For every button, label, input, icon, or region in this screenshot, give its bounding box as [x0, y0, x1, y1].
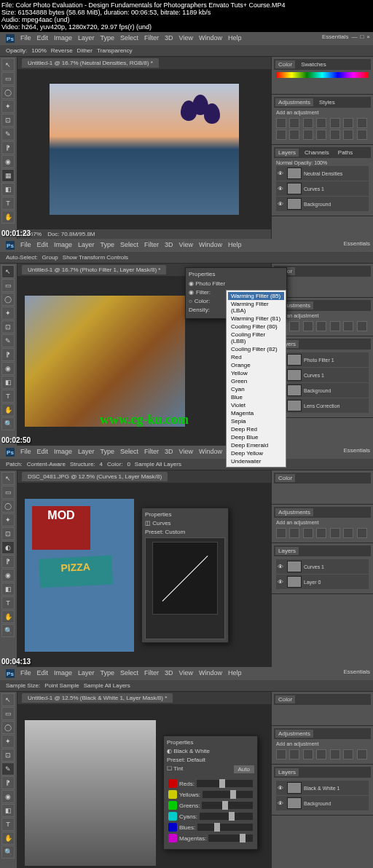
- visibility-icon[interactable]: 👁: [278, 564, 285, 570]
- filter-option[interactable]: Warming Filter (LBA): [228, 300, 284, 315]
- gradient-tool[interactable]: ▦: [1, 169, 15, 182]
- auto-button[interactable]: Auto: [234, 765, 254, 773]
- zoom-tool[interactable]: 🔍: [1, 417, 15, 430]
- menu-help[interactable]: Help: [228, 34, 242, 43]
- channels-panel-tab[interactable]: Channels: [302, 149, 332, 157]
- brush-tool[interactable]: ⁋: [1, 776, 15, 789]
- color-radio[interactable]: ○: [189, 298, 192, 304]
- menu-help[interactable]: Help: [228, 669, 242, 678]
- eraser-tool[interactable]: ◧: [1, 183, 15, 196]
- filter-option[interactable]: Blue: [228, 393, 284, 401]
- layer-row[interactable]: 👁Neutral Densities: [276, 166, 369, 181]
- invert-icon[interactable]: [316, 130, 326, 140]
- menu-image[interactable]: Image: [54, 669, 72, 678]
- crop-tool[interactable]: ⊡: [1, 527, 15, 540]
- menu-filter[interactable]: Filter: [144, 669, 159, 678]
- menu-edit[interactable]: Edit: [37, 669, 49, 678]
- filter-option[interactable]: Underwater: [228, 457, 284, 465]
- move-tool[interactable]: ↖: [1, 58, 15, 71]
- paths-panel-tab[interactable]: Paths: [335, 149, 356, 157]
- document-tab[interactable]: Untitled-1 @ 16.7% (Photo Filter 1, Laye…: [22, 265, 166, 275]
- reverse-checkbox[interactable]: Reverse: [51, 47, 73, 54]
- filter-option[interactable]: Warming Filter (81): [228, 315, 284, 323]
- stamp-tool[interactable]: ◉: [1, 569, 15, 582]
- filter-option[interactable]: Orange: [228, 361, 284, 369]
- workspace-selector[interactable]: Essentials: [344, 240, 370, 247]
- magentas-slider[interactable]: [208, 835, 253, 842]
- menu-layer[interactable]: Layer: [78, 241, 95, 250]
- layer-name[interactable]: Layer 0: [304, 580, 321, 585]
- menu-window[interactable]: Window: [199, 448, 222, 457]
- vibrance-icon[interactable]: [330, 118, 340, 128]
- adj-icon[interactable]: [289, 749, 299, 760]
- adj-icon[interactable]: [276, 749, 286, 760]
- channel-mixer-icon[interactable]: [289, 130, 299, 140]
- maximize-icon[interactable]: □: [360, 33, 364, 40]
- blend-mode[interactable]: Normal: [276, 160, 293, 165]
- adjustments-panel-tab[interactable]: Adjustments: [275, 730, 313, 738]
- levels-icon[interactable]: [289, 118, 299, 128]
- filter-option[interactable]: Red: [228, 353, 284, 361]
- menu-window[interactable]: Window: [199, 241, 222, 250]
- visibility-icon[interactable]: 👁: [278, 201, 285, 208]
- layers-panel-tab[interactable]: Layers: [275, 768, 299, 776]
- color-panel-tab[interactable]: Color: [275, 695, 295, 703]
- menu-filter[interactable]: Filter: [144, 241, 159, 250]
- menu-layer[interactable]: Layer: [78, 448, 95, 457]
- exposure-icon[interactable]: [316, 118, 326, 128]
- filter-option[interactable]: Deep Emerald: [228, 441, 284, 449]
- filter-option[interactable]: Cooling Filter (LBB): [228, 331, 284, 345]
- preset-select[interactable]: Custom: [165, 529, 186, 535]
- layer-row[interactable]: 👁Curves 1: [276, 181, 369, 196]
- menu-file[interactable]: File: [20, 241, 31, 250]
- marquee-tool[interactable]: ▭: [1, 72, 15, 85]
- swatches-panel-tab[interactable]: Swatches: [298, 60, 329, 68]
- canvas[interactable]: Properties ◐ Black & White Preset: Defau…: [17, 704, 271, 868]
- menu-view[interactable]: View: [179, 448, 193, 457]
- transform-checkbox[interactable]: Show Transform Controls: [63, 254, 128, 261]
- crop-tool[interactable]: ⊡: [1, 320, 15, 334]
- threshold-icon[interactable]: [343, 130, 353, 140]
- crop-tool[interactable]: ⊡: [1, 114, 15, 127]
- layer-name[interactable]: Background: [304, 388, 331, 393]
- marquee-tool[interactable]: ▭: [1, 707, 15, 720]
- workspace-selector[interactable]: Essentials: [344, 447, 370, 454]
- dither-checkbox[interactable]: Dither: [77, 47, 93, 54]
- posterize-icon[interactable]: [330, 130, 340, 140]
- menu-help[interactable]: Help: [228, 241, 242, 250]
- menu-select[interactable]: Select: [120, 241, 138, 250]
- menu-3d[interactable]: 3D: [165, 448, 173, 457]
- menu-window[interactable]: Window: [199, 669, 222, 678]
- layer-row[interactable]: 👁Curves 1: [276, 559, 369, 574]
- menu-file[interactable]: File: [20, 448, 31, 457]
- menu-window[interactable]: Window: [199, 34, 222, 43]
- move-tool[interactable]: ↖: [1, 472, 15, 485]
- menu-edit[interactable]: Edit: [37, 448, 49, 457]
- layers-panel-tab[interactable]: Layers: [275, 149, 299, 157]
- adj-icon[interactable]: [316, 528, 326, 538]
- minimize-icon[interactable]: —: [351, 33, 357, 40]
- layers-panel-tab[interactable]: Layers: [275, 547, 299, 555]
- layer-name[interactable]: Lens Correction: [304, 403, 339, 409]
- stamp-tool[interactable]: ◉: [1, 362, 15, 375]
- sample-all-checkbox[interactable]: Sample All Layers: [84, 682, 130, 689]
- hue-icon[interactable]: [343, 118, 353, 128]
- menu-file[interactable]: File: [20, 34, 31, 43]
- wand-tool[interactable]: ✦: [1, 100, 15, 113]
- marquee-tool[interactable]: ▭: [1, 279, 15, 292]
- filter-option[interactable]: Deep Blue: [228, 433, 284, 441]
- menu-select[interactable]: Select: [120, 34, 138, 43]
- text-tool[interactable]: T: [1, 197, 15, 210]
- adj-icon[interactable]: [316, 321, 326, 331]
- adj-icon[interactable]: [303, 749, 313, 760]
- adj-icon[interactable]: [343, 321, 353, 331]
- layer-name[interactable]: Background: [304, 801, 331, 806]
- visibility-icon[interactable]: 👁: [278, 186, 285, 192]
- eraser-tool[interactable]: ◧: [1, 583, 15, 596]
- layer-name[interactable]: Curves 1: [304, 564, 324, 569]
- structure-value[interactable]: 4: [100, 461, 103, 467]
- eyedropper-tool[interactable]: ✎: [1, 334, 15, 347]
- layer-row[interactable]: 👁Lens Correction: [276, 398, 369, 413]
- adj-icon[interactable]: [330, 749, 340, 760]
- menu-edit[interactable]: Edit: [37, 241, 49, 250]
